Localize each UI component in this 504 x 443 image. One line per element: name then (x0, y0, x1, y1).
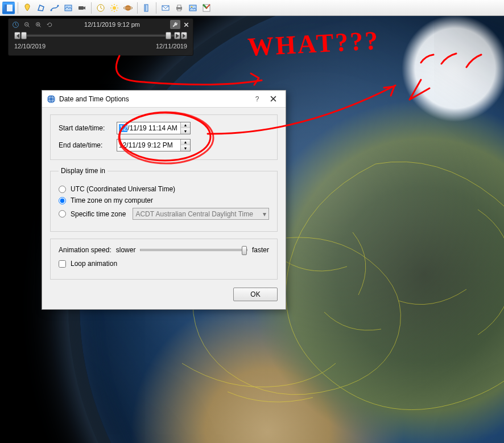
svg-point-2 (51, 9, 52, 11)
timezone-value: ACDT Australian Central Daylight Time (135, 210, 253, 218)
main-toolbar (0, 0, 504, 16)
svg-point-21 (47, 95, 55, 103)
history-clock-button[interactable] (94, 2, 107, 14)
radio-local-label: Time zone on my computer (71, 196, 153, 204)
dialog-titlebar[interactable]: Date and Time Options ? (42, 91, 286, 108)
time-options-button[interactable] (170, 20, 180, 29)
time-refresh-icon[interactable] (45, 20, 54, 29)
help-button[interactable]: ? (249, 93, 265, 105)
display-time-group: Display time in UTC (Coordinated Univers… (50, 167, 278, 232)
anim-speed-label: Animation speed: (59, 246, 111, 254)
planet-button[interactable] (122, 2, 134, 14)
add-polygon-button[interactable] (35, 2, 47, 14)
svg-rect-5 (79, 6, 84, 10)
email-button[interactable] (159, 2, 172, 14)
chevron-down-icon: ▾ (263, 210, 266, 218)
time-clock-icon[interactable] (11, 20, 20, 29)
end-date-spinner[interactable]: ▲▼ (180, 140, 190, 151)
ok-button[interactable]: OK (233, 288, 278, 301)
zoom-in-icon[interactable] (34, 20, 43, 29)
date-time-options-dialog: Date and Time Options ? Start date/time:… (42, 90, 286, 310)
loop-checkbox[interactable] (59, 260, 66, 268)
svg-point-8 (125, 5, 131, 11)
add-placemark-button[interactable] (21, 2, 34, 14)
dialog-title: Date and Time Options (59, 95, 249, 103)
time-current-datetime: 12/11/2019 9:12 pm (56, 21, 168, 28)
svg-rect-13 (177, 5, 181, 7)
zoom-out-icon[interactable] (22, 20, 31, 29)
display-time-legend: Display time in (59, 167, 108, 175)
time-end-label: 12/11/2019 (156, 43, 187, 50)
ruler-button[interactable] (141, 2, 153, 14)
time-slider[interactable] (13, 30, 188, 42)
radio-specific-label: Specific time zone (71, 210, 126, 218)
time-range-start-thumb[interactable] (21, 32, 27, 39)
add-path-button[interactable] (48, 2, 61, 14)
end-date-input[interactable]: ▲▼ (117, 139, 191, 151)
toolbar-separator (156, 2, 156, 14)
toolbar-separator (137, 2, 138, 14)
end-date-field[interactable] (117, 140, 180, 150)
start-date-selected-segment: 12 (119, 124, 127, 132)
toolbar-separator (18, 2, 18, 14)
start-date-input[interactable]: 12/11/19 11:14 AM ▲▼ (117, 122, 191, 134)
start-date-label: Start date/time: (59, 124, 117, 132)
start-date-rest: /11/19 11:14 AM (127, 124, 177, 132)
animation-group: Animation speed: slower faster Loop anim… (50, 239, 278, 280)
svg-rect-1 (5, 5, 7, 11)
time-slider-panel: 12/11/2019 9:12 pm 12/10/2019 12/11/2019 (8, 18, 193, 56)
svg-point-7 (113, 6, 116, 10)
anim-faster-label: faster (252, 246, 269, 254)
maps-link-button[interactable] (200, 2, 213, 14)
time-range-end-thumb[interactable] (166, 32, 171, 39)
time-step-fwd-button[interactable] (181, 32, 187, 39)
time-track[interactable] (22, 34, 179, 37)
end-date-label: End date/time: (59, 141, 117, 149)
loop-label: Loop animation (71, 260, 117, 268)
close-button[interactable] (265, 93, 281, 105)
time-step-back-button[interactable] (14, 32, 20, 39)
svg-rect-14 (177, 9, 181, 11)
time-play-button[interactable] (174, 32, 180, 39)
anim-speed-thumb[interactable] (242, 246, 247, 255)
record-tour-button[interactable] (76, 2, 88, 14)
anim-slower-label: slower (116, 246, 136, 254)
anim-speed-slider[interactable] (140, 249, 247, 251)
svg-point-3 (57, 5, 59, 6)
timezone-select[interactable]: ACDT Australian Central Daylight Time ▾ (133, 208, 269, 220)
radio-local[interactable] (59, 197, 66, 204)
svg-rect-15 (189, 5, 196, 11)
start-date-spinner[interactable]: ▲▼ (180, 122, 190, 134)
toolbar-separator (91, 2, 92, 14)
time-start-label: 12/10/2019 (14, 43, 46, 50)
sunlight-button[interactable] (108, 2, 121, 14)
save-image-button[interactable] (187, 2, 199, 14)
sidebar-toggle-button[interactable] (2, 2, 15, 14)
date-range-group: Start date/time: 12/11/19 11:14 AM ▲▼ En… (50, 114, 278, 160)
print-button[interactable] (173, 2, 185, 14)
time-close-icon[interactable] (181, 20, 191, 29)
radio-specific[interactable] (59, 210, 66, 218)
radio-utc-label: UTC (Coordinated Universal Time) (71, 185, 175, 193)
app-icon (47, 95, 56, 104)
add-overlay-button[interactable] (62, 2, 75, 14)
radio-utc[interactable] (59, 186, 66, 193)
